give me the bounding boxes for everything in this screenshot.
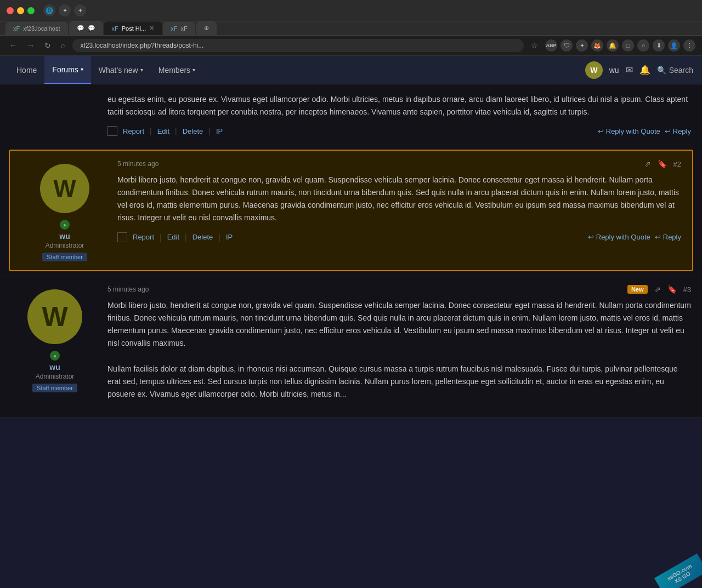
whats-new-dropdown-icon: ▾ — [140, 67, 143, 73]
messages-icon[interactable]: ✉ — [626, 65, 633, 75]
post-2-report-link[interactable]: Report — [133, 233, 154, 241]
post-3-avatar: W — [27, 289, 82, 344]
post-2-footer: Report | Edit | Delete | IP ↩ Reply with… — [117, 232, 681, 242]
menu-icon[interactable]: ⋮ — [683, 39, 695, 52]
post-1-reply-quote-link[interactable]: ↩ Reply with Quote — [598, 127, 660, 135]
post-1-main: eu egestas enim, eu posuere ex. Vivamus … — [99, 93, 691, 136]
post-1-body: eu egestas enim, eu posuere ex. Vivamus … — [107, 93, 691, 118]
post-3-new-badge: New — [627, 285, 648, 294]
post-3-bookmark-icon[interactable]: 🔖 — [667, 285, 677, 294]
home-button[interactable]: ⌂ — [58, 40, 68, 51]
post-1-footer-right: ↩ Reply with Quote ↩ Reply — [598, 127, 691, 135]
nav-forums[interactable]: Forums ▾ — [44, 56, 90, 84]
post-3-container: W ● wu Administrator Staff member 5 minu… — [0, 276, 702, 418]
forums-dropdown-icon: ▾ — [81, 66, 83, 72]
notification-icon[interactable]: 🔔 — [607, 39, 619, 52]
post-1-checkbox[interactable] — [107, 126, 117, 136]
post-2-meta: 5 minutes ago ⇗ 🔖 #2 — [117, 159, 681, 168]
nav-members[interactable]: Members ▾ — [151, 56, 203, 84]
address-bar: ← → ↻ ⌂ ☆ ABP 🛡 ✦ 🦊 🔔 □ ○ ⬇ 👤 ⋮ — [0, 36, 702, 56]
post-2-author-name: wu — [59, 232, 70, 241]
post-2-container: W ● wu Administrator Staff member 5 minu… — [9, 150, 693, 271]
tab-close-icon[interactable]: ✕ — [149, 25, 154, 32]
post-2-staff-badge: Staff member — [42, 253, 87, 261]
post-2-actions-top: ⇗ 🔖 #2 — [644, 159, 681, 168]
post-2-share-icon[interactable]: ⇗ — [644, 159, 651, 168]
post-2-body: Morbi libero justo, hendrerit at congue … — [117, 174, 681, 224]
ext5[interactable]: □ — [622, 39, 634, 52]
star-icon[interactable]: ✦ — [576, 39, 588, 52]
post-2-footer-left: Report | Edit | Delete | IP — [117, 232, 233, 242]
post-2-number: #2 — [673, 160, 681, 168]
post-1-container: eu egestas enim, eu posuere ex. Vivamus … — [0, 84, 702, 145]
post-3-actions-top: New ⇗ 🔖 #3 — [627, 285, 691, 294]
nav-home[interactable]: Home — [9, 56, 44, 84]
download-icon[interactable]: ⬇ — [653, 39, 665, 52]
traffic-lights — [7, 7, 35, 14]
tab-3[interactable]: xF xF — [163, 22, 195, 35]
extension-icons: ABP 🛡 ✦ 🦊 🔔 □ ○ ⬇ 👤 ⋮ — [545, 39, 695, 52]
post-1-ip-link[interactable]: IP — [216, 127, 223, 135]
tab-active[interactable]: xF Post Hi... ✕ — [104, 21, 162, 35]
post-1-report-link[interactable]: Report — [123, 127, 144, 135]
forward-button[interactable]: → — [24, 40, 37, 51]
post-1-edit-link[interactable]: Edit — [157, 127, 169, 135]
extension-icon-2[interactable]: ✦ — [59, 4, 71, 16]
reply-quote-icon-1: ↩ — [598, 127, 604, 135]
shield-icon[interactable]: 🛡 — [561, 39, 573, 52]
post-2-author-role: Administrator — [46, 242, 84, 249]
members-dropdown-icon: ▾ — [193, 67, 195, 73]
search-button[interactable]: 🔍 Search — [657, 66, 693, 75]
post-2-avatar: W — [40, 164, 89, 213]
post-2-online-indicator: ● — [60, 220, 70, 230]
post-3-online-indicator: ● — [50, 351, 60, 361]
profile-icon[interactable]: 👤 — [668, 39, 680, 52]
post-3-share-icon[interactable]: ⇗ — [654, 285, 661, 294]
reply-icon-1: ↩ — [665, 127, 671, 135]
browser-chrome: 🌐 ✦ ✦ — [0, 0, 702, 21]
user-avatar-nav[interactable]: W — [585, 61, 603, 79]
tab-2[interactable]: 💬 💬 — [69, 21, 103, 35]
post-2-delete-link[interactable]: Delete — [193, 233, 213, 241]
post-3-author-name: wu — [49, 363, 60, 372]
post-2-edit-link[interactable]: Edit — [167, 233, 179, 241]
close-button[interactable] — [7, 7, 14, 14]
bookmark-icon[interactable]: ☆ — [528, 40, 541, 51]
minimize-button[interactable] — [17, 7, 24, 14]
nav-right: W wu ✉ 🔔 🔍 Search — [585, 61, 693, 79]
browser-tabs: xF xf23.localhost 💬 💬 xF Post Hi... ✕ xF… — [0, 21, 702, 36]
post-2-bookmark-icon[interactable]: 🔖 — [658, 159, 667, 168]
fox-icon[interactable]: 🦊 — [591, 39, 603, 52]
post-2-reply-quote-link[interactable]: ↩ Reply with Quote — [588, 233, 650, 241]
maximize-button[interactable] — [27, 7, 35, 14]
search-icon: 🔍 — [657, 66, 666, 75]
abp-icon[interactable]: ABP — [545, 39, 557, 52]
post-1-footer-left: Report | Edit | Delete | IP — [107, 126, 223, 136]
post-3-meta: 5 minutes ago New ⇗ 🔖 #3 — [107, 285, 691, 294]
ext6[interactable]: ○ — [637, 39, 649, 52]
nav-user-name: wu — [609, 66, 619, 75]
post-2-ip-link[interactable]: IP — [226, 233, 233, 241]
post-3-staff-badge: Staff member — [32, 384, 77, 392]
post-1-footer: Report | Edit | Delete | IP ↩ Reply with… — [107, 126, 691, 136]
nav-whats-new[interactable]: What's new ▾ — [91, 56, 151, 84]
url-input[interactable] — [72, 39, 524, 52]
post-2-reply-link[interactable]: ↩ Reply — [655, 233, 681, 241]
post-2-time: 5 minutes ago — [117, 160, 158, 168]
extension-icon-1[interactable]: 🌐 — [43, 4, 55, 16]
tab-4[interactable]: ⊕ — [196, 21, 217, 35]
alerts-icon[interactable]: 🔔 — [639, 65, 650, 75]
post-1-delete-link[interactable]: Delete — [183, 127, 203, 135]
post-2-author-sidebar: W ● wu Administrator Staff member — [21, 159, 109, 261]
tab-1[interactable]: xF xf23.localhost — [5, 22, 68, 35]
forum-nav: Home Forums ▾ What's new ▾ Members ▾ W w… — [0, 56, 702, 84]
post-2-main: 5 minutes ago ⇗ 🔖 #2 Morbi libero justo,… — [109, 159, 681, 261]
post-1-reply-link[interactable]: ↩ Reply — [665, 127, 691, 135]
post-3-time: 5 minutes ago — [107, 286, 149, 293]
refresh-button[interactable]: ↻ — [42, 40, 54, 51]
back-button[interactable]: ← — [7, 40, 20, 51]
forum-content: eu egestas enim, eu posuere ex. Vivamus … — [0, 84, 702, 418]
post-3-author-sidebar: W ● wu Administrator Staff member — [11, 285, 99, 408]
extension-icon-3[interactable]: ✦ — [74, 4, 86, 16]
post-2-checkbox[interactable] — [117, 232, 127, 242]
